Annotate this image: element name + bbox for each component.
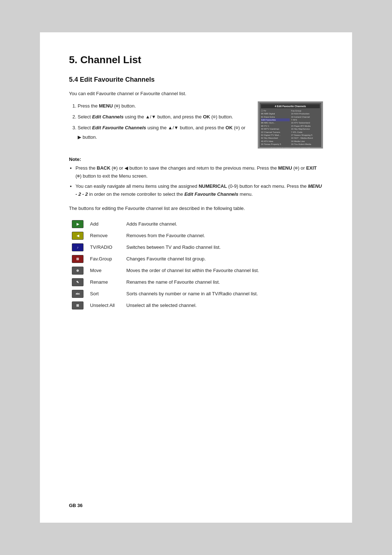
- screen-row: 62 Sky Mearshed: [261, 137, 290, 139]
- screen-inner: 4 Edit Favourite Channels ☐ TV 98 ABB Di…: [260, 103, 321, 147]
- btn-name-sort: Sort: [87, 288, 123, 300]
- tvradio-icon: ♪: [72, 243, 83, 251]
- screen-row: 16 ATV Switzerland: [291, 121, 320, 124]
- table-row: ◀ Remove Removes from the Favourite chan…: [69, 230, 323, 242]
- screen-row: 40 ATV Htea: [261, 140, 290, 143]
- screen-left-col: ☐ TV 98 ABB Digital 91 Dave Extra Edit F…: [261, 109, 290, 146]
- steps-ordered-list: Press the MENU (⊜) button. Select Edit C…: [69, 101, 247, 142]
- screen-title: 4 Edit Favourite Channels: [261, 104, 320, 108]
- screen-row: 7 AFS: [291, 118, 320, 121]
- screen-row: 16 Trs+Solent Media: [291, 143, 320, 146]
- icon-cell: ✎: [69, 276, 87, 288]
- table-row: ⊠ Unselect All Unselect all the selected…: [69, 300, 323, 311]
- unselect-icon: ⊠: [72, 301, 83, 309]
- icon-cell: ⊞: [69, 253, 87, 265]
- screen-row: 27 Newex Shopping 5: [291, 134, 320, 137]
- screen-row: 40 MITV Hardchan: [261, 127, 290, 130]
- btn-name-remove: Remove: [87, 230, 123, 242]
- screen-row: 16 Sky MapService: [291, 127, 320, 130]
- screen-row: 98 ABC Hum...: [261, 121, 290, 124]
- icon-cell: ♪: [69, 242, 87, 253]
- screen-row: 16 NSA Production: [291, 112, 320, 115]
- table-row: abc Sort Sorts channels by number or nam…: [69, 288, 323, 300]
- button-table-body: ▶ Add Adds Favourite channel. ◀ Remove R…: [69, 218, 323, 311]
- screen-row: 98 ITV 1: [261, 125, 290, 127]
- table-row: ♪ TV/RADIO Switches between TV and Radio…: [69, 242, 323, 253]
- note-section: Note: Press the BACK (⊗) or ◀ button to …: [69, 157, 323, 198]
- btn-desc-add: Adds Favourite channel.: [123, 218, 323, 230]
- btn-desc-move: Moves the order of channel list within t…: [123, 265, 323, 276]
- step-3: Select Edit Favourite Channels using the…: [78, 123, 247, 142]
- screen-row: 98 ABB Digital: [261, 112, 290, 115]
- icon-cell: ⊠: [69, 300, 87, 311]
- chapter-title: 5. Channel List: [69, 54, 323, 66]
- screen-row: 22 Channel Turners: [261, 131, 290, 134]
- screen-row: 16 Tomas Property 5: [261, 143, 290, 146]
- table-intro: The buttons for editing the Favourite ch…: [69, 205, 323, 212]
- remove-icon: ◀: [72, 232, 83, 240]
- move-icon: ⊕: [72, 267, 83, 275]
- table-row: ✎ Rename Renames the name of Favourite c…: [69, 276, 323, 288]
- icon-cell: abc: [69, 288, 87, 300]
- button-table: ▶ Add Adds Favourite channel. ◀ Remove R…: [69, 218, 323, 311]
- screen-row: 16 SGT - Media+Bond: [291, 137, 320, 139]
- screen-row: ☐ TV: [261, 109, 290, 112]
- btn-name-move: Move: [87, 265, 123, 276]
- step-2: Select Edit Channels using the ▲/▼ butto…: [78, 112, 247, 122]
- section-title: 5.4 Edit Favourite Channels: [69, 76, 323, 84]
- btn-desc-unselect: Unselect all the selected channel.: [123, 300, 323, 311]
- rename-icon: ✎: [72, 278, 83, 286]
- btn-desc-sort: Sorts channels by number or name in all …: [123, 288, 323, 300]
- steps-and-image: Press the MENU (⊜) button. Select Edit C…: [69, 101, 323, 149]
- btn-name-tvradio: TV/RADIO: [87, 242, 123, 253]
- table-row: ▶ Add Adds Favourite channel.: [69, 218, 323, 230]
- btn-desc-tvradio: Switches between TV and Radio channel li…: [123, 242, 323, 253]
- screen-row-highlight: Edit Favourites: [261, 118, 290, 121]
- screen-row: 16 Iceland Channel: [291, 116, 320, 118]
- screen-columns: ☐ TV 98 ABB Digital 91 Dave Extra Edit F…: [261, 109, 320, 146]
- intro-text: You can edit Favourite channel or Favour…: [69, 90, 323, 98]
- btn-desc-remove: Removes from the Favourite channel.: [123, 230, 323, 242]
- page-footer: GB 36: [69, 503, 83, 508]
- table-row: ⊞ Fav.Group Changes Favourite channel li…: [69, 253, 323, 265]
- screen-row: 16 Media Line: [291, 140, 320, 143]
- btn-name-unselect: Unselect All: [87, 300, 123, 311]
- btn-name-rename: Rename: [87, 276, 123, 288]
- note-label: Note:: [69, 157, 323, 162]
- icon-cell: ◀: [69, 230, 87, 242]
- screen-row: 15 Paper-BTI Media: [291, 125, 320, 127]
- step-1: Press the MENU (⊜) button.: [78, 101, 247, 111]
- page: 5. Channel List 5.4 Edit Favourite Chann…: [40, 32, 352, 523]
- btn-name-add: Add: [87, 218, 123, 230]
- add-icon: ▶: [72, 220, 83, 228]
- note-bullets: Press the BACK (⊗) or ◀ button to save t…: [69, 164, 323, 198]
- screen-row: 7 ATL Code: [291, 131, 320, 134]
- screen-row: Fav.Group: [291, 109, 320, 112]
- steps-list: Press the MENU (⊜) button. Select Edit C…: [69, 101, 247, 143]
- btn-desc-favgroup: Changes Favourite channel list group.: [123, 253, 323, 265]
- btn-desc-rename: Renames the name of Favourite channel li…: [123, 276, 323, 288]
- screen-right-col: Fav.Group 16 NSA Production 16 Iceland C…: [291, 109, 320, 146]
- btn-name-favgroup: Fav.Group: [87, 253, 123, 265]
- table-row: ⊕ Move Moves the order of channel list w…: [69, 265, 323, 276]
- favgroup-icon: ⊞: [72, 255, 83, 263]
- screen-footer-note: If you want to select 1 channel, press O…: [261, 147, 320, 148]
- screen-row: 91 Dave Extra: [261, 116, 290, 118]
- note-item-2: You can easily navigate all menu items u…: [75, 182, 323, 198]
- screen-image: 4 Edit Favourite Channels ☐ TV 98 ABB Di…: [258, 101, 323, 149]
- sort-icon: abc: [72, 290, 83, 298]
- icon-cell: ▶: [69, 218, 87, 230]
- icon-cell: ⊕: [69, 265, 87, 276]
- screen-row: 62 Digital ITV Med...: [261, 134, 290, 137]
- note-item-1: Press the BACK (⊗) or ◀ button to save t…: [75, 164, 323, 180]
